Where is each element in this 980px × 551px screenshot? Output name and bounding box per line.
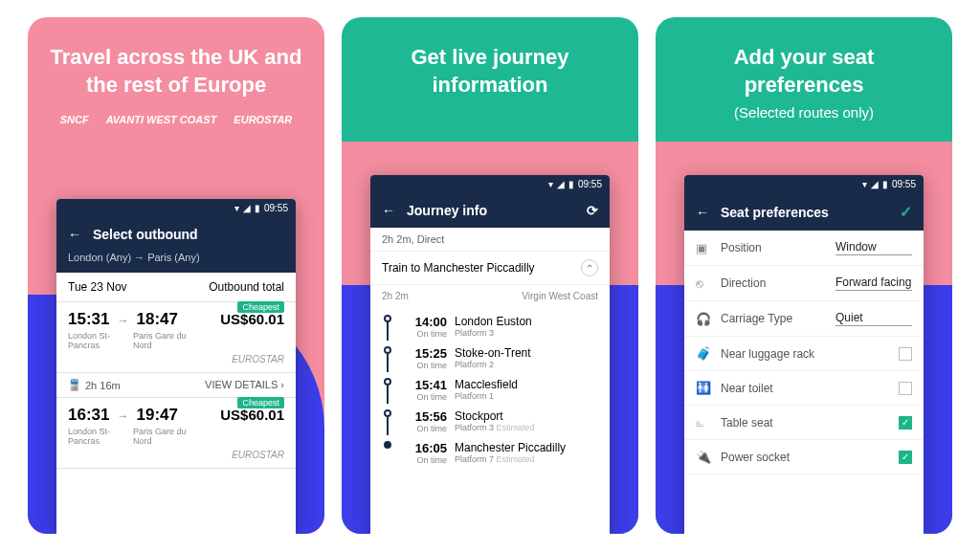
pref-value[interactable]: Forward facing <box>835 276 912 291</box>
pref-select-row[interactable]: ⎋ Direction Forward facing <box>684 266 924 301</box>
back-icon[interactable]: ← <box>68 227 81 242</box>
wifi-icon: ▾ <box>548 179 553 189</box>
stop-platform: Platform 2 <box>455 360 531 369</box>
stop-platform: Platform 7 Estimated <box>455 454 566 464</box>
chevron-up-icon[interactable]: ⌃ <box>581 259 598 276</box>
detail-bar[interactable]: 🚆2h 16m VIEW DETAILS › <box>56 373 296 398</box>
topbar: ← Journey info ⟳ <box>370 193 610 228</box>
view-details-link[interactable]: VIEW DETAILS › <box>205 379 284 391</box>
stop-name: Macclesfield <box>455 378 518 391</box>
stop-platform: Platform 1 <box>455 391 518 401</box>
stop-row: 15:41 On time Macclesfield Platform 1 <box>382 374 598 406</box>
pref-icon: 🚻 <box>696 381 711 395</box>
checkbox[interactable]: ✓ <box>899 416 912 430</box>
battery-icon: ▮ <box>255 203 260 213</box>
pref-check-row[interactable]: 🔌 Power socket ✓ <box>684 440 924 474</box>
phone-mock: ▾ ◢ ▮ 09:55 ← Seat preferences ✓ ▣ Posit… <box>684 175 924 534</box>
result-row[interactable]: Cheapest 15:31 → 18:47 US$60.01 London S… <box>56 302 296 373</box>
pref-label: Direction <box>721 276 826 290</box>
total-label: Outbound total <box>209 280 284 294</box>
stop-row: 15:25 On time Stoke-on-Trent Platform 2 <box>382 342 598 374</box>
stop-name: London Euston <box>455 315 532 328</box>
pref-value[interactable]: Quiet <box>835 311 912 326</box>
stop-row: 14:00 On time London Euston Platform 3 <box>382 311 598 342</box>
statusbar: ▾ ◢ ▮ 09:55 <box>370 175 610 193</box>
back-icon[interactable]: ← <box>696 205 709 220</box>
topbar-title: Seat preferences <box>721 205 829 220</box>
battery-icon: ▮ <box>882 179 888 189</box>
pref-label: Near toilet <box>721 382 889 395</box>
journey-summary: 2h 2m, Direct <box>370 228 610 252</box>
signal-icon: ◢ <box>557 179 565 189</box>
stop-time: 15:41 <box>401 378 447 392</box>
segment-operator: Virgin West Coast <box>522 291 598 301</box>
pref-icon: 🎧 <box>696 312 711 326</box>
stop-status: On time <box>401 329 447 339</box>
stop-status: On time <box>401 455 447 465</box>
statusbar: ▾ ◢ ▮ 09:55 <box>684 175 924 193</box>
stop-row: 15:56 On time Stockport Platform 3 Estim… <box>382 406 598 437</box>
segment-header[interactable]: Train to Manchester Piccadilly ⌃ <box>370 252 610 285</box>
pref-check-row[interactable]: ⎁ Table seat ✓ <box>684 406 924 440</box>
arr-time: 19:47 <box>136 406 177 425</box>
checkbox[interactable]: ✓ <box>899 451 912 464</box>
stop-dot-icon <box>384 409 391 417</box>
wifi-icon: ▾ <box>234 203 239 213</box>
topbar-title: Select outbound <box>93 227 198 242</box>
pref-label: Position <box>721 241 826 254</box>
subhead: (Selected routes only) <box>656 104 952 121</box>
from-station: London St-Pancras <box>68 427 125 446</box>
phone-mock: ▾ ◢ ▮ 09:55 ← Select outbound London (An… <box>56 199 296 534</box>
signal-icon: ◢ <box>243 203 251 213</box>
topbar: ← Seat preferences ✓ <box>684 193 924 231</box>
stop-status: On time <box>401 424 447 433</box>
battery-icon: ▮ <box>568 179 574 189</box>
pref-select-row[interactable]: ▣ Position Window <box>684 231 924 266</box>
stop-name: Manchester Piccadilly <box>455 441 566 454</box>
stop-dot-icon <box>384 346 391 354</box>
wifi-icon: ▾ <box>862 179 867 189</box>
stop-row: 16:05 On time Manchester Piccadilly Plat… <box>382 437 598 469</box>
stop-time: 16:05 <box>401 441 447 455</box>
partner-logos: SNCF AVANTI WEST COAST EUROSTAR <box>28 108 324 139</box>
result-row[interactable]: Cheapest 16:31 → 19:47 US$60.01 London S… <box>56 398 296 469</box>
confirm-icon[interactable]: ✓ <box>900 203 912 221</box>
pref-value[interactable]: Window <box>835 240 912 255</box>
checkbox[interactable] <box>899 382 912 395</box>
pref-icon: ▣ <box>696 241 711 255</box>
stop-platform: Platform 3 <box>455 328 532 338</box>
stop-time: 15:56 <box>401 409 447 424</box>
signal-icon: ◢ <box>871 179 879 189</box>
headline: Travel across the UK and the rest of Eur… <box>28 17 324 108</box>
statusbar: ▾ ◢ ▮ 09:55 <box>56 199 296 217</box>
stop-platform: Platform 3 Estimated <box>455 423 535 432</box>
stop-time: 14:00 <box>401 315 447 329</box>
back-icon[interactable]: ← <box>382 203 395 218</box>
pref-label: Table seat <box>721 416 889 430</box>
route-summary: London (Any) → Paris (Any) <box>56 252 296 273</box>
pref-label: Near luggage rack <box>721 347 889 361</box>
logo-sncf: SNCF <box>60 114 89 125</box>
phone-mock: ▾ ◢ ▮ 09:55 ← Journey info ⟳ 2h 2m, Dire… <box>370 175 610 534</box>
date-bar: Tue 23 Nov Outbound total <box>56 273 296 302</box>
stop-name: Stockport <box>455 409 535 423</box>
to-station: Paris Gare du Nord <box>133 427 190 446</box>
pref-select-row[interactable]: 🎧 Carriage Type Quiet <box>684 301 924 337</box>
stop-dot-icon <box>384 441 391 449</box>
cheapest-badge: Cheapest <box>237 397 284 408</box>
promo-slide-seatprefs: Add your seat preferences (Selected rout… <box>656 17 952 534</box>
price: US$60.01 <box>220 407 284 423</box>
pref-check-row[interactable]: 🚻 Near toilet <box>684 371 924 406</box>
cheapest-badge: Cheapest <box>237 301 284 313</box>
arrow-icon: → <box>117 409 128 423</box>
refresh-icon[interactable]: ⟳ <box>587 203 598 218</box>
arr-time: 18:47 <box>136 310 177 329</box>
stop-status: On time <box>401 392 447 402</box>
from-station: London St-Pancras <box>68 331 125 350</box>
dep-time: 15:31 <box>68 310 109 329</box>
arrow-icon: → <box>117 314 128 327</box>
pref-label: Power socket <box>721 451 889 464</box>
checkbox[interactable] <box>899 347 912 361</box>
stop-dot-icon <box>384 315 391 322</box>
pref-check-row[interactable]: 🧳 Near luggage rack <box>684 337 924 371</box>
